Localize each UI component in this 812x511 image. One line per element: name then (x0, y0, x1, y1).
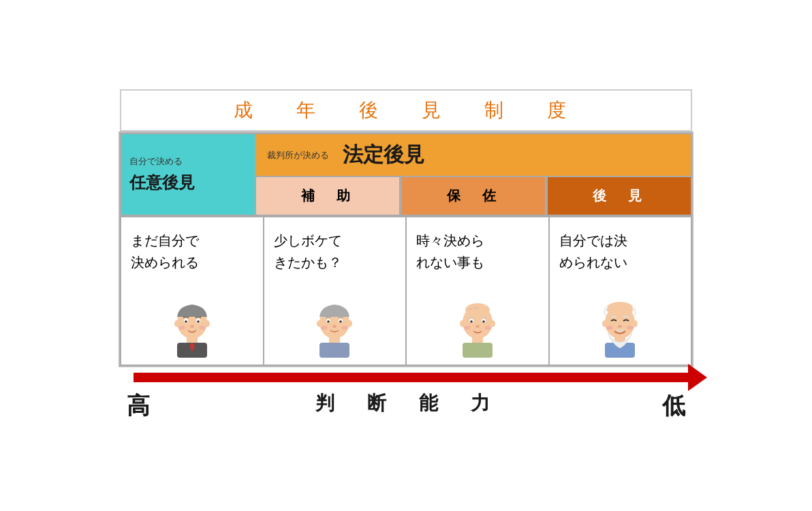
desc-cell-3: 時々決められない事も (407, 216, 550, 366)
svg-point-12 (199, 326, 206, 330)
desc-row: まだ自分で決められる (120, 216, 692, 366)
sub-row: 補 助 保 佐 後 見 (256, 177, 692, 216)
arrow-line (134, 373, 692, 382)
svg-point-33 (482, 320, 485, 323)
svg-point-35 (464, 326, 471, 330)
face-3 (450, 290, 505, 358)
inner-rows: 自分で決める 任意後見 裁判所が決める 法定後見 補 助 保 佐 後 見 (120, 133, 692, 366)
svg-point-17 (347, 320, 352, 327)
svg-point-20 (327, 320, 330, 323)
svg-point-43 (618, 325, 622, 328)
title-row: 成 年 後 見 制 度 (120, 89, 692, 131)
svg-point-24 (341, 326, 348, 330)
title-text: 成 年 後 見 制 度 (234, 99, 578, 121)
desc-cell-4: 自分では決められない (550, 216, 693, 366)
svg-point-41 (602, 320, 608, 327)
main-container: 成 年 後 見 制 度 自分で決める 任意後見 裁判所が決める 法定後見 (48, 89, 764, 422)
desc-cell-1: まだ自分で決められる (120, 216, 264, 366)
cell-koken: 後 見 (546, 177, 692, 216)
svg-point-28 (460, 320, 465, 327)
svg-rect-26 (463, 343, 493, 358)
header-area: 自分で決める 任意後見 裁判所が決める 法定後見 補 助 保 佐 後 見 (120, 133, 692, 216)
desc-text-3: 時々決められない事も (416, 230, 539, 273)
label-center: 判 断 能 力 (315, 390, 497, 422)
svg-point-23 (321, 326, 328, 330)
svg-point-32 (470, 320, 473, 323)
desc-text-4: 自分では決められない (559, 230, 682, 273)
svg-point-11 (178, 326, 185, 330)
houtei-big: 法定後見 (343, 141, 424, 169)
desc-text-1: まだ自分で決められる (131, 230, 253, 273)
label-row: 高 判 断 能 力 低 (120, 385, 692, 422)
svg-point-37 (465, 303, 490, 317)
svg-point-46 (606, 302, 634, 315)
cell-hosa: 保 佐 (401, 177, 546, 216)
svg-point-21 (339, 320, 342, 323)
svg-point-42 (632, 320, 638, 327)
svg-point-29 (490, 320, 495, 327)
cell-houtei-header: 裁判所が決める 法定後見 (256, 133, 692, 177)
svg-point-9 (197, 320, 200, 323)
houtei-small: 裁判所が決める (267, 149, 329, 161)
svg-point-36 (484, 326, 491, 330)
cell-ninni: 自分で決める 任意後見 (120, 133, 256, 216)
svg-point-10 (190, 325, 194, 328)
arrow-row (120, 367, 692, 385)
desc-text-2: 少しボケてきたかも？ (274, 230, 396, 273)
svg-point-34 (475, 325, 480, 328)
svg-rect-14 (319, 343, 349, 358)
svg-point-4 (174, 320, 180, 327)
face-1 (165, 290, 219, 358)
svg-point-45 (627, 326, 634, 330)
svg-point-22 (332, 325, 337, 328)
ninni-big: 任意後見 (129, 172, 247, 193)
desc-cell-2: 少しボケてきたかも？ (264, 216, 407, 366)
ninni-small: 自分で決める (129, 155, 247, 168)
table-wrapper: 自分で決める 任意後見 裁判所が決める 法定後見 補 助 保 佐 後 見 (119, 131, 693, 367)
label-high: 高 (127, 390, 150, 422)
face-2 (307, 290, 362, 358)
face-4 (593, 290, 647, 358)
label-low: 低 (662, 390, 685, 422)
cell-houtei-wrap: 裁判所が決める 法定後見 補 助 保 佐 後 見 (256, 133, 692, 216)
svg-point-8 (185, 320, 187, 323)
svg-point-16 (317, 320, 322, 327)
svg-point-44 (606, 326, 613, 330)
cell-hosho: 補 助 (256, 177, 401, 216)
svg-point-5 (204, 320, 210, 327)
